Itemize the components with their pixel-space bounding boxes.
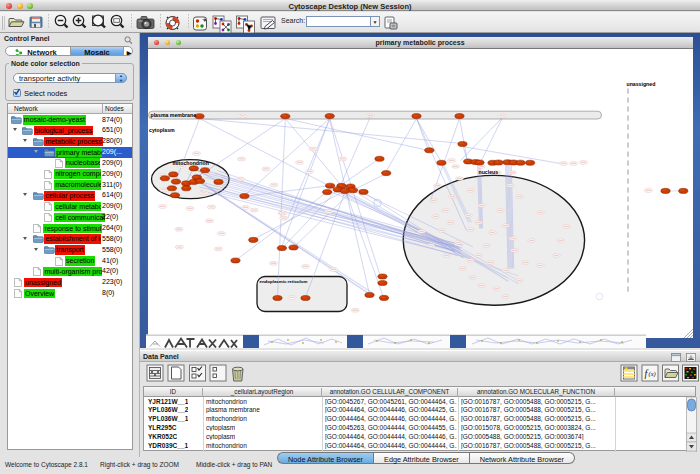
svg-text:unassigned: unassigned bbox=[626, 81, 655, 87]
svg-text:nucleus: nucleus bbox=[478, 169, 498, 175]
svg-text:endoplasmic reticulum: endoplasmic reticulum bbox=[259, 279, 307, 284]
svg-text:mitochondrion: mitochondrion bbox=[172, 160, 208, 166]
svg-text:cytoplasm: cytoplasm bbox=[149, 126, 175, 132]
svg-text:(x): (x) bbox=[649, 370, 656, 378]
svg-text:plasma membrane: plasma membrane bbox=[150, 112, 196, 118]
